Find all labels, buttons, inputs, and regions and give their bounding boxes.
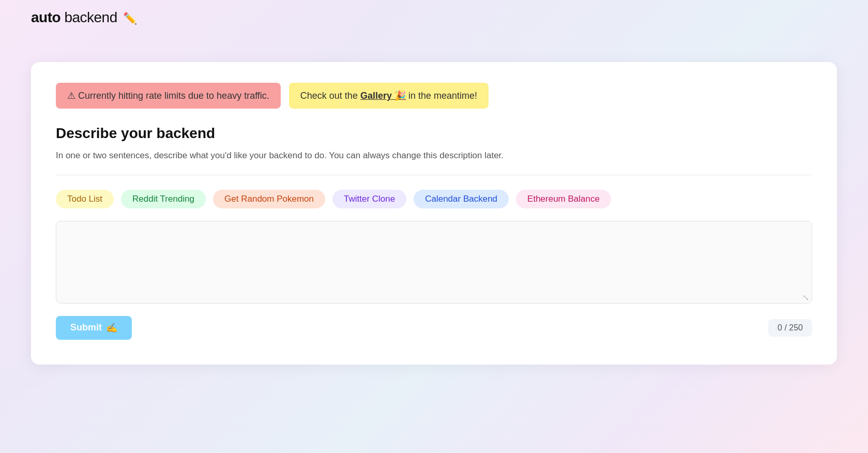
- submit-label: Submit: [70, 322, 102, 333]
- tag-ethereum-balance[interactable]: Ethereum Balance: [516, 190, 611, 208]
- submit-button[interactable]: Submit ✍️: [56, 316, 132, 340]
- alerts-row: ⚠ Currently hitting rate limits due to h…: [56, 83, 812, 109]
- char-count: 0 / 250: [768, 319, 812, 337]
- tags-row: Todo List Reddit Trending Get Random Pok…: [56, 190, 812, 208]
- warning-text: ⚠ Currently hitting rate limits due to h…: [67, 90, 269, 101]
- info-prefix: Check out the: [300, 90, 360, 101]
- section-description: In one or two sentences, describe what y…: [56, 149, 812, 162]
- logo: auto backend ✏️: [31, 9, 137, 26]
- tag-calendar-backend[interactable]: Calendar Backend: [414, 190, 509, 208]
- description-textarea[interactable]: [56, 221, 812, 304]
- header: auto backend ✏️: [0, 0, 868, 35]
- logo-text-bold: auto: [31, 9, 60, 25]
- submit-icon: ✍️: [106, 322, 117, 334]
- tag-get-random-pokemon[interactable]: Get Random Pokemon: [213, 190, 325, 208]
- tag-todo-list[interactable]: Todo List: [56, 190, 114, 208]
- logo-icon: ✏️: [123, 12, 137, 25]
- logo-text-light: backend: [64, 9, 121, 25]
- warning-alert: ⚠ Currently hitting rate limits due to h…: [56, 83, 281, 109]
- tag-reddit-trending[interactable]: Reddit Trending: [121, 190, 206, 208]
- bottom-row: Submit ✍️ 0 / 250: [56, 316, 812, 340]
- textarea-wrapper: ⤡: [56, 221, 812, 306]
- info-suffix: in the meantime!: [406, 90, 477, 101]
- section-title: Describe your backend: [56, 125, 812, 142]
- gallery-link[interactable]: Gallery 🎉: [360, 90, 406, 101]
- tag-twitter-clone[interactable]: Twitter Clone: [332, 190, 406, 208]
- main-card: ⚠ Currently hitting rate limits due to h…: [31, 62, 837, 365]
- divider: [56, 175, 812, 175]
- info-alert: Check out the Gallery 🎉 in the meantime!: [289, 83, 489, 109]
